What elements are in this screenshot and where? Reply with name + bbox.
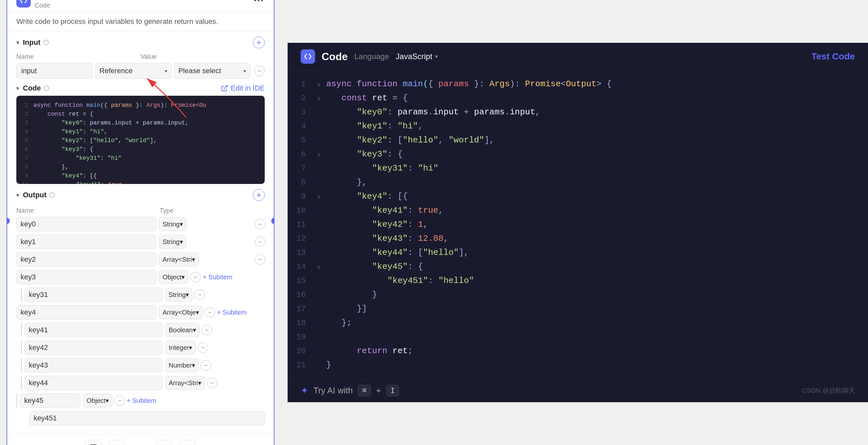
key1-type-select[interactable]: String ▾ — [159, 235, 186, 249]
key2-name[interactable]: key2 — [16, 252, 156, 266]
output-row-key41: key41 Boolean ▾ − — [16, 323, 265, 337]
add-output-button[interactable]: + — [253, 189, 265, 201]
remove-key1-button[interactable]: − — [255, 236, 266, 247]
output-info-icon — [49, 192, 55, 198]
ai-keyboard-cmd: ⌘ — [358, 385, 371, 396]
code-line-13: 13 "key44": ["hello"], — [287, 246, 868, 260]
code-line-16: 16 } — [287, 288, 868, 302]
key43-name[interactable]: key43 — [25, 358, 162, 373]
language-selector[interactable]: JavaScript ▾ — [396, 52, 438, 61]
remove-key43-button[interactable]: − — [201, 360, 211, 371]
fold-icon-6[interactable]: ∨ — [314, 151, 323, 158]
try-ai-with-text: Try AI with — [313, 385, 352, 396]
collapse-icon[interactable]: ▾ — [16, 39, 19, 46]
remove-key41-button[interactable]: − — [202, 325, 212, 335]
key451-name[interactable]: key451 — [29, 411, 265, 425]
key44-type-select[interactable]: Array<Stri ▾ — [165, 376, 205, 390]
ai-plus: + — [376, 385, 381, 396]
editor-language-value: JavaScript — [396, 52, 432, 61]
remove-input-button[interactable]: − — [254, 66, 265, 76]
zoom-out-button[interactable]: − — [109, 440, 125, 445]
key1-name[interactable]: key1 — [16, 234, 156, 249]
key3-add-subitem-button[interactable]: + Subitem — [203, 274, 232, 281]
code-section-header: ▾ Code Edit in IDE — [16, 84, 265, 92]
key44-name[interactable]: key44 — [25, 376, 162, 390]
key31-name[interactable]: key31 — [25, 288, 162, 302]
panel-menu-button[interactable]: ••• — [253, 0, 265, 6]
output-row-key2: key2 Array<Stri ▾ − — [16, 252, 265, 266]
key43-type-select[interactable]: Number ▾ — [165, 358, 199, 372]
add-input-button[interactable]: + — [253, 37, 265, 49]
input-section: ▾ Input + Name Value input Reference ▾ — [7, 31, 274, 84]
key45-type-select[interactable]: Object ▾ — [83, 394, 113, 407]
screenshot-button[interactable] — [86, 440, 101, 445]
output-row-key43: key43 Number ▾ − — [16, 358, 265, 373]
edit-in-ide-button[interactable]: Edit in IDE — [221, 84, 265, 92]
info-icon — [43, 39, 49, 45]
collapse-code-icon[interactable]: ▾ — [16, 85, 19, 92]
code-line-6: 6 ∨ "key3": { — [287, 147, 868, 161]
input-name-field[interactable]: input — [16, 63, 92, 79]
editor-header-left: Code Language JavaScript ▾ — [301, 49, 438, 64]
output-row-key42: key42 Integer ▾ − — [16, 341, 265, 355]
output-row-key3: key3 Object ▾ − + Subitem — [16, 270, 265, 284]
remove-key31-button[interactable]: − — [194, 289, 205, 300]
output-row-key45: key45 Object ▾ − + Subitem — [16, 393, 265, 408]
collapse-output-icon[interactable]: ▾ — [16, 192, 19, 198]
key4-add-subitem-button[interactable]: + Subitem — [217, 309, 247, 316]
code-editor-panel: Code Language JavaScript ▾ Test Code 1 ∨… — [287, 43, 868, 402]
code-icon — [16, 0, 31, 7]
code-line-14: 14 ∨ "key45": { — [287, 260, 868, 274]
key0-type-select[interactable]: String ▾ — [159, 217, 186, 231]
key42-name[interactable]: key42 — [25, 341, 162, 355]
key2-type-select[interactable]: Array<Stri ▾ — [159, 253, 198, 266]
please-select-dropdown[interactable]: Please select ▾ — [174, 63, 250, 79]
remove-key2-button[interactable]: − — [255, 254, 266, 265]
remove-key4-button[interactable]: − — [205, 307, 215, 318]
remove-key44-button[interactable]: − — [207, 378, 217, 388]
fold-icon-14[interactable]: ∨ — [314, 263, 323, 271]
chevron-icon: ▾ — [186, 291, 189, 298]
code-line-1: 1 ∨ async function main({ params }: Args… — [287, 77, 868, 91]
key45-name[interactable]: key45 — [20, 393, 81, 408]
key45-add-subitem-button[interactable]: + Subitem — [127, 397, 157, 405]
code-line-10: 10 "key41": true, — [287, 203, 868, 218]
output-section-header: ▾ Output + — [16, 189, 265, 201]
chevron-icon: ▾ — [196, 309, 199, 316]
fold-icon-9[interactable]: ∨ — [314, 193, 323, 200]
refresh-button[interactable]: ↺ — [180, 440, 195, 445]
fold-icon-1[interactable]: ∨ — [314, 81, 323, 88]
input-row: input Reference ▾ Please select ▾ − — [16, 63, 265, 79]
chevron-icon: ▾ — [181, 273, 185, 281]
test-code-button[interactable]: Test Code — [811, 51, 855, 62]
key42-type-select[interactable]: Integer ▾ — [165, 341, 196, 354]
code-line-20: 20 return ret; — [287, 344, 868, 358]
key41-name[interactable]: key41 — [25, 323, 162, 337]
code-label: ▾ Code — [16, 84, 49, 92]
key41-type-select[interactable]: Boolean ▾ — [165, 323, 199, 337]
chevron-icon: ▾ — [193, 326, 196, 334]
code-preview: 1async function main({ params }: Args): … — [16, 96, 265, 184]
key0-name[interactable]: key0 — [16, 217, 156, 231]
remove-key0-button[interactable]: − — [255, 219, 266, 229]
key3-type-select[interactable]: Object ▾ — [159, 270, 188, 284]
panel-header-left: Code Code — [16, 0, 58, 9]
key3-name[interactable]: key3 — [16, 270, 156, 284]
remove-key42-button[interactable]: − — [198, 342, 208, 353]
left-panel: Code Code ••• Write code to process inpu… — [6, 0, 275, 445]
remove-key3-button[interactable]: − — [190, 272, 201, 282]
chevron-icon: ▾ — [192, 361, 195, 369]
screenshot-icon — [89, 444, 98, 445]
key4-type-select[interactable]: Array<Obje ▾ — [159, 306, 203, 319]
zoom-in-button[interactable]: + — [156, 440, 172, 445]
remove-key45-button[interactable]: − — [114, 395, 125, 406]
chevron-icon: ▾ — [198, 379, 201, 387]
fold-icon-2[interactable]: ∨ — [314, 95, 323, 102]
key31-type-select[interactable]: String ▾ — [165, 288, 192, 301]
watermark: CSDN @启航聊天 — [802, 386, 855, 395]
output-section: ▾ Output + Name Type key0 String ▾ — [7, 189, 274, 434]
output-row-key1: key1 String ▾ − — [16, 234, 265, 249]
editor-title: Code — [321, 51, 348, 63]
reference-select[interactable]: Reference ▾ — [95, 63, 171, 79]
key4-name[interactable]: key4 — [16, 305, 156, 320]
